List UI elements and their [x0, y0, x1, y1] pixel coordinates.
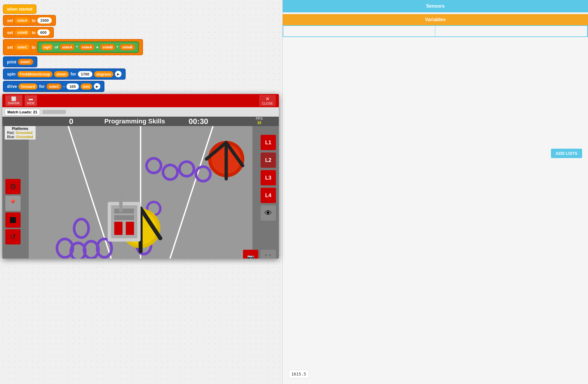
red-status: Grounded — [16, 131, 32, 135]
match-loads-badge: Match Loads: 21 — [5, 109, 40, 115]
degrees-dropdown[interactable]: degrees — [94, 71, 114, 77]
svg-rect-33 — [114, 222, 122, 235]
expand-button[interactable]: ⛶ — [261, 250, 276, 259]
simulator-window: ⬜ SHRINK ▬ HIDE ✕ CLOSE Match Loads: 21 … — [2, 94, 279, 259]
spin-value-input[interactable]: 1700 — [78, 71, 92, 77]
math-block[interactable]: sqrt of sideA * sideA + sideB * sideB — [37, 41, 139, 53]
l4-button[interactable]: L4 — [261, 188, 276, 203]
sensors-label: Sensors — [426, 4, 444, 9]
sensors-section: Sensors — [283, 0, 588, 12]
motor-dropdown[interactable]: ForkMotorGroup — [17, 71, 52, 77]
to-label-1: to — [32, 18, 36, 23]
of-label: of — [54, 45, 58, 49]
sidea-dropdown-1[interactable]: sideA — [15, 17, 30, 24]
print-block-body[interactable]: print sideC — [3, 56, 37, 67]
drive-dir-dropdown[interactable]: forward — [19, 83, 37, 90]
dir-dropdown[interactable]: down — [54, 71, 69, 77]
set-sideb-block[interactable]: set sideB to 600 — [3, 27, 143, 38]
fps-display: FPS 33 — [256, 117, 263, 125]
left-sim-buttons: ⚙ 📍 ↺ — [5, 179, 21, 244]
sidec-var-drive: sideC — [46, 83, 61, 90]
l3-label: L3 — [265, 175, 271, 181]
hide-label: HIDE — [27, 101, 35, 105]
mm-dropdown[interactable]: mm — [81, 83, 92, 90]
l2-button[interactable]: L2 — [261, 152, 276, 168]
sensors-header[interactable]: Sensors — [283, 1, 587, 12]
to-label-2: to — [32, 30, 36, 35]
location-icon: 📍 — [9, 199, 17, 207]
console-value: 1615.5 — [291, 372, 306, 376]
minus-sign: - — [63, 84, 65, 89]
sim-title: Programming Skills — [104, 118, 165, 125]
blue-platform-row: Blue: Grounded — [7, 135, 33, 139]
add-lists-label: ADD LISTS — [556, 151, 577, 156]
add-lists-button[interactable]: ADD LISTS — [551, 149, 582, 158]
set-sidea-block[interactable]: set sideA to 1500 — [3, 15, 143, 26]
spin-block-body[interactable]: spin ForkMotorGroup down for 1700 degree… — [3, 68, 126, 80]
close-button[interactable]: ✕ CLOSE — [259, 95, 276, 106]
stop-button[interactable] — [5, 212, 21, 228]
sideb-var-2: sideB — [120, 44, 135, 50]
set-block-1[interactable]: set sideA to 1500 — [3, 15, 56, 26]
spin-play-btn[interactable]: ▶ — [115, 71, 121, 77]
eye-button[interactable]: 👁 — [261, 205, 276, 221]
location-button[interactable]: 📍 — [5, 196, 21, 211]
shrink-icon: ⬜ — [11, 96, 16, 101]
cam-icon: 📷 — [247, 254, 254, 259]
sqrt-dropdown[interactable]: sqrt — [41, 44, 53, 50]
reset-button[interactable]: ↺ — [5, 229, 21, 244]
when-started-block-body[interactable]: when started — [3, 4, 36, 14]
right-panel-body: ADD LISTS 1615.5 — [283, 37, 588, 384]
red-platform-label: Red: — [7, 131, 14, 135]
platforms-label: Platforms — [7, 127, 33, 131]
fps-label: FPS — [256, 117, 263, 121]
drive-block-body[interactable]: drive forward for sideC - 165 mm ▶ — [3, 81, 104, 92]
stop-icon — [10, 217, 16, 223]
hide-button[interactable]: ▬ HIDE — [25, 95, 37, 106]
variables-col-1 — [283, 26, 435, 36]
sidec-var-print: sideC — [18, 59, 33, 65]
sim-title-area: 0 Programming Skills 00:30 — [2, 117, 279, 126]
svg-rect-34 — [126, 222, 134, 235]
l4-label: L4 — [265, 192, 271, 199]
code-blocks: when started set sideA to 1500 set sideB… — [3, 4, 143, 93]
variables-header[interactable]: Variables — [283, 14, 588, 25]
sidea-var-1: sideA — [60, 44, 75, 50]
plus-sign: + — [96, 45, 99, 50]
eye-icon: 👁 — [264, 209, 272, 218]
l3-button[interactable]: L3 — [261, 170, 276, 185]
value-input-1[interactable]: 1500 — [37, 17, 52, 24]
cam-button[interactable]: 📷 — [243, 250, 258, 259]
print-block[interactable]: print sideC — [3, 56, 143, 67]
shrink-label: SHRINK — [8, 101, 20, 105]
spin-block[interactable]: spin ForkMotorGroup down for 1700 degree… — [3, 68, 143, 80]
sim-info-bar: Match Loads: 21 — [2, 107, 279, 117]
drive-block[interactable]: drive forward for sideC - 165 mm ▶ — [3, 81, 143, 92]
set-label-3: set — [7, 45, 13, 50]
set-block-3[interactable]: set sideC to sqrt of sideA * sideA + sid… — [3, 39, 143, 55]
value-input-2[interactable]: 600 — [37, 29, 50, 36]
shrink-button[interactable]: ⬜ SHRINK — [5, 95, 22, 106]
when-started-block[interactable]: when started — [3, 4, 143, 14]
left-panel: when started set sideA to 1500 set sideB… — [0, 0, 282, 384]
variables-label: Variables — [425, 17, 446, 22]
console-output: 1615.5 — [289, 370, 309, 378]
sideb-dropdown-2[interactable]: sideB — [15, 29, 30, 36]
sideb-var-1: sideB — [100, 44, 115, 50]
set-block-2[interactable]: set sideB to 600 — [3, 27, 54, 38]
sidea-var-2: sideA — [79, 44, 94, 50]
close-label: CLOSE — [262, 102, 273, 105]
score-display: 0 — [69, 117, 81, 126]
timer-display: 00:30 — [189, 117, 212, 126]
right-sim-buttons: L1 L2 L3 L4 👁 — [261, 135, 276, 221]
close-x-icon: ✕ — [266, 96, 269, 102]
set-sidec-block[interactable]: set sideC to sqrt of sideA * sideA + sid… — [3, 39, 143, 55]
platform-status-row: Red: Grounded — [7, 131, 33, 135]
drive-value-input[interactable]: 165 — [66, 83, 79, 90]
drive-play-btn[interactable]: ▶ — [94, 83, 100, 90]
gear-button[interactable]: ⚙ — [5, 179, 21, 194]
sidec-dropdown-3[interactable]: sideC — [15, 44, 30, 50]
svg-rect-31 — [114, 209, 134, 214]
l1-button[interactable]: L1 — [261, 135, 276, 150]
variables-section: Variables — [283, 14, 588, 37]
